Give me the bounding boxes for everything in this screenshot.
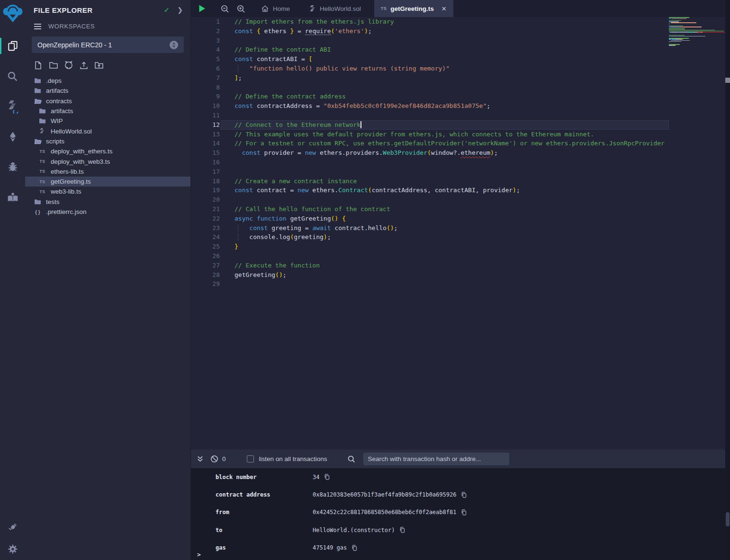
tree-item-wip[interactable]: WIP: [25, 116, 190, 126]
settings-gear-icon[interactable]: [0, 538, 25, 560]
terminal-row-from: from0x42452c22c88178685850e68beb6cf0f2ae…: [191, 504, 730, 521]
copy-icon[interactable]: [399, 526, 406, 533]
line-content: // Import ethers from the ethers.js libr…: [221, 17, 669, 27]
github-icon[interactable]: [64, 61, 73, 70]
code-line-18[interactable]: 18// Create a new contract instance: [191, 177, 669, 186]
line-content: // Connect to the Ethereum network: [221, 120, 669, 130]
line-content: // This example uses the default provide…: [221, 130, 669, 139]
code-line-7[interactable]: 7];: [191, 73, 669, 83]
terminal-row-value: 475149 gas: [313, 544, 358, 551]
tree-item-artifacts[interactable]: artifacts: [25, 106, 190, 116]
tab-getgreeting-ts[interactable]: TS getGreeting.ts ✕: [374, 0, 453, 17]
clear-console-icon[interactable]: [207, 455, 221, 463]
code-line-5[interactable]: 5const contractABI = [: [191, 54, 669, 64]
tab-helloworld-sol[interactable]: HelloWorld.sol: [303, 0, 368, 17]
listen-transactions-checkbox[interactable]: [247, 455, 254, 462]
upload-file-icon[interactable]: [79, 61, 89, 70]
code-line-13[interactable]: 13// This example uses the default provi…: [191, 130, 669, 139]
code-line-4[interactable]: 4// Define the contract ABI: [191, 45, 669, 54]
tree-item-deploy-with-web3-ts[interactable]: TSdeploy_with_web3.ts: [25, 156, 190, 166]
line-number: 22: [191, 214, 221, 223]
tree-item--prettierrc-json[interactable]: { }.prettierrc.json: [25, 207, 190, 217]
line-number: 16: [191, 158, 221, 167]
minimap[interactable]: [669, 17, 725, 121]
code-line-3[interactable]: 3: [191, 36, 669, 45]
new-file-icon[interactable]: [34, 61, 43, 70]
chevron-right-icon[interactable]: ❯: [177, 6, 183, 14]
close-tab-icon[interactable]: ✕: [442, 5, 447, 12]
code-line-27[interactable]: 27// Execute the function: [191, 261, 669, 270]
upload-folder-icon[interactable]: [94, 61, 104, 70]
code-line-20[interactable]: 20: [191, 195, 669, 204]
solidity-compiler-icon[interactable]: [0, 96, 25, 117]
code-line-15[interactable]: 15 const provider = new ethers.providers…: [191, 148, 669, 158]
new-folder-icon[interactable]: [49, 61, 58, 70]
line-number: 5: [191, 54, 221, 64]
scrollbar-track[interactable]: [725, 0, 730, 560]
tree-item-deploy-with-ethers-ts[interactable]: TSdeploy_with_ethers.ts: [25, 146, 190, 156]
copy-icon[interactable]: [351, 544, 358, 551]
code-line-23[interactable]: 23 const greeting = await contract.hello…: [191, 223, 669, 233]
overview-ruler-marker[interactable]: [725, 78, 730, 83]
tab-home[interactable]: Home: [254, 0, 297, 17]
workspace-select-arrows-icon[interactable]: [170, 41, 178, 49]
line-content: [221, 195, 669, 204]
terminal-search-icon: [344, 455, 359, 463]
expand-terminal-icon[interactable]: [193, 455, 207, 462]
line-number: 19: [191, 186, 221, 195]
code-line-1[interactable]: 1// Import ethers from the ethers.js lib…: [191, 17, 669, 27]
line-content: [221, 83, 669, 92]
zoom-in-icon[interactable]: [233, 0, 249, 17]
remix-logo-icon[interactable]: [0, 0, 25, 27]
line-number: 11: [191, 111, 221, 120]
code-line-28[interactable]: 28getGreeting();: [191, 270, 669, 280]
code-line-19[interactable]: 19const contract = new ethers.Contract(c…: [191, 186, 669, 195]
copy-icon[interactable]: [460, 491, 467, 498]
deploy-and-run-icon[interactable]: [0, 126, 25, 148]
tree-item-scripts[interactable]: scripts: [25, 136, 190, 146]
tree-item-getgreeting-ts[interactable]: TSgetGreeting.ts: [25, 177, 190, 187]
tree-item-contracts[interactable]: contracts: [25, 96, 190, 106]
line-content: [221, 158, 669, 167]
search-icon[interactable]: [0, 65, 25, 87]
code-line-10[interactable]: 10const contractAddress = "0xb54febb5c0c…: [191, 101, 669, 111]
code-editor[interactable]: 1// Import ethers from the ethers.js lib…: [191, 17, 669, 450]
code-line-14[interactable]: 14// For a testnet or custom RPC, use et…: [191, 139, 669, 148]
code-line-21[interactable]: 21// Call the hello function of the cont…: [191, 204, 669, 214]
code-line-29[interactable]: 29: [191, 279, 669, 289]
code-line-6[interactable]: 6 "function hello() public view returns …: [191, 64, 669, 73]
plugin-manager-icon[interactable]: [0, 516, 25, 538]
zoom-out-icon[interactable]: [216, 0, 233, 17]
tree-item-ethers-lib-ts[interactable]: TSethers-lib.ts: [25, 167, 190, 177]
scrollbar-thumb[interactable]: [726, 512, 730, 526]
code-line-26[interactable]: 26: [191, 251, 669, 261]
copy-icon[interactable]: [460, 509, 467, 516]
tree-item--deps[interactable]: .deps: [25, 76, 190, 86]
code-line-24[interactable]: 24 console.log(greeting);: [191, 232, 669, 242]
learneth-book-icon[interactable]: [0, 187, 25, 208]
code-line-12[interactable]: 12// Connect to the Ethereum network: [191, 120, 669, 130]
hamburger-menu-icon[interactable]: [34, 23, 42, 30]
terminal-prompt[interactable]: >: [197, 551, 201, 558]
copy-icon[interactable]: [324, 473, 330, 480]
file-explorer-icon[interactable]: [0, 35, 25, 57]
code-line-22[interactable]: 22async function getGreeting() {: [191, 214, 669, 223]
run-script-button[interactable]: [194, 0, 210, 17]
code-line-16[interactable]: 16: [191, 158, 669, 167]
debugger-icon[interactable]: [0, 156, 25, 178]
line-number: 25: [191, 242, 221, 251]
tree-item-tests[interactable]: tests: [25, 197, 190, 207]
tree-item-web3-lib-ts[interactable]: TSweb3-lib.ts: [25, 187, 190, 196]
workspace-select[interactable]: OpenZeppelin ERC20 - 1: [32, 36, 184, 53]
terminal-search-input[interactable]: [363, 453, 509, 465]
line-number: 17: [191, 167, 221, 177]
tree-item-artifacts[interactable]: artifacts: [25, 86, 190, 96]
tree-item-helloworld-sol[interactable]: HelloWorld.sol: [25, 126, 190, 136]
code-line-9[interactable]: 9// Define the contract address: [191, 92, 669, 101]
code-line-17[interactable]: 17: [191, 167, 669, 177]
code-line-25[interactable]: 25}: [191, 242, 669, 251]
code-line-2[interactable]: 2const { ethers } = require('ethers');: [191, 27, 669, 36]
code-line-8[interactable]: 8: [191, 83, 669, 92]
terminal-row-key: from: [216, 509, 313, 516]
code-line-11[interactable]: 11: [191, 111, 669, 120]
